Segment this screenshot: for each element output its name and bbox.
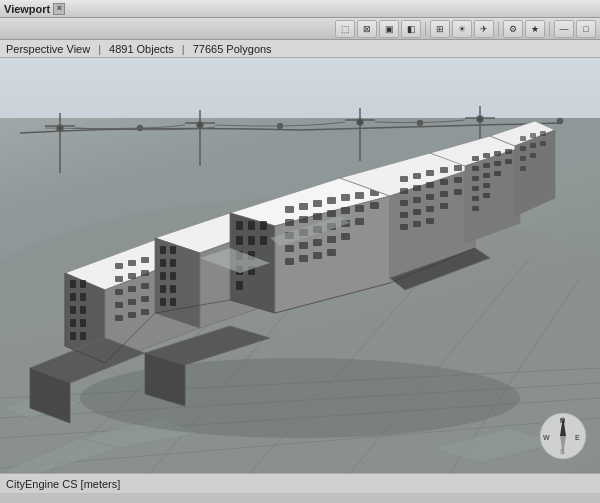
svg-rect-124 — [285, 258, 294, 265]
svg-rect-99 — [285, 206, 294, 213]
svg-rect-180 — [520, 166, 526, 171]
svg-rect-118 — [355, 218, 364, 225]
svg-rect-80 — [170, 272, 176, 280]
compass-s: S — [560, 448, 565, 455]
svg-rect-147 — [426, 206, 434, 212]
svg-rect-51 — [128, 273, 136, 279]
svg-rect-104 — [355, 192, 364, 199]
svg-rect-161 — [505, 159, 512, 164]
select-icon[interactable]: ⬚ — [335, 20, 355, 38]
svg-rect-76 — [170, 246, 176, 254]
compass-rose: E W N S — [538, 411, 588, 461]
star-icon[interactable]: ★ — [525, 20, 545, 38]
svg-rect-89 — [248, 221, 255, 230]
shading-icon[interactable]: ◧ — [401, 20, 421, 38]
svg-rect-158 — [472, 166, 479, 171]
svg-rect-68 — [115, 315, 123, 321]
svg-rect-39 — [80, 306, 86, 314]
svg-rect-81 — [160, 285, 166, 293]
svg-rect-34 — [70, 280, 76, 288]
svg-rect-109 — [327, 210, 336, 217]
svg-rect-38 — [70, 306, 76, 314]
svg-rect-35 — [80, 280, 86, 288]
svg-rect-79 — [160, 272, 166, 280]
svg-rect-41 — [80, 319, 86, 327]
render-icon[interactable]: ▣ — [379, 20, 399, 38]
svg-rect-90 — [260, 221, 267, 230]
svg-rect-63 — [128, 299, 136, 305]
svg-rect-130 — [400, 176, 408, 182]
svg-rect-40 — [70, 319, 76, 327]
toolbar: ⬚ ⊠ ▣ ◧ ⊞ ☀ ✈ ⚙ ★ — □ — [0, 18, 600, 40]
svg-rect-164 — [494, 171, 501, 176]
svg-rect-141 — [413, 197, 421, 203]
svg-rect-135 — [400, 188, 408, 194]
svg-rect-174 — [540, 131, 546, 136]
svg-rect-110 — [341, 207, 350, 214]
svg-rect-137 — [426, 182, 434, 188]
svg-rect-163 — [483, 173, 490, 178]
compass-n: N — [560, 417, 565, 424]
svg-rect-173 — [530, 133, 536, 138]
navigate-icon[interactable]: ✈ — [474, 20, 494, 38]
camera-icon[interactable]: ⊞ — [430, 20, 450, 38]
svg-rect-136 — [413, 185, 421, 191]
status-bar-bottom: CityEngine CS [meters] — [0, 473, 600, 493]
svg-rect-111 — [355, 205, 364, 212]
maximize-icon[interactable]: □ — [576, 20, 596, 38]
svg-rect-119 — [285, 245, 294, 252]
title-bar-close-button[interactable]: × — [53, 3, 65, 15]
svg-rect-45 — [128, 260, 136, 266]
svg-rect-98 — [236, 281, 243, 290]
light-icon[interactable]: ☀ — [452, 20, 472, 38]
svg-rect-57 — [128, 286, 136, 292]
svg-rect-93 — [260, 236, 267, 245]
svg-rect-43 — [80, 332, 86, 340]
svg-rect-83 — [160, 298, 166, 306]
svg-rect-70 — [141, 309, 149, 315]
title-bar-label: Viewport — [4, 3, 50, 15]
svg-rect-139 — [454, 177, 462, 183]
svg-rect-78 — [170, 259, 176, 267]
svg-rect-77 — [160, 259, 166, 267]
svg-rect-121 — [313, 239, 322, 246]
svg-rect-162 — [472, 176, 479, 181]
svg-rect-131 — [413, 173, 421, 179]
svg-rect-140 — [400, 200, 408, 206]
minimize-icon[interactable]: — — [554, 20, 574, 38]
svg-point-29 — [558, 119, 563, 124]
svg-rect-58 — [141, 283, 149, 289]
svg-rect-103 — [341, 194, 350, 201]
svg-rect-75 — [160, 246, 166, 254]
viewport[interactable]: E W N S — [0, 58, 600, 473]
svg-rect-172 — [520, 136, 526, 141]
svg-point-26 — [138, 126, 143, 131]
svg-rect-143 — [440, 191, 448, 197]
status-bar-top: Perspective View | 4891 Objects | 77665 … — [0, 40, 600, 58]
svg-rect-125 — [299, 255, 308, 262]
objects-icon[interactable]: ⊠ — [357, 20, 377, 38]
svg-rect-46 — [141, 257, 149, 263]
svg-rect-144 — [454, 189, 462, 195]
polygons-count: 77665 Polygons — [193, 43, 272, 55]
svg-rect-102 — [327, 197, 336, 204]
svg-rect-146 — [413, 209, 421, 215]
svg-rect-123 — [341, 233, 350, 240]
svg-rect-167 — [472, 196, 479, 201]
svg-rect-134 — [454, 165, 462, 171]
svg-rect-108 — [313, 213, 322, 220]
svg-rect-120 — [299, 242, 308, 249]
svg-rect-132 — [426, 170, 434, 176]
settings-icon[interactable]: ⚙ — [503, 20, 523, 38]
svg-rect-160 — [494, 161, 501, 166]
svg-rect-69 — [128, 312, 136, 318]
svg-point-23 — [197, 122, 203, 128]
svg-rect-138 — [440, 179, 448, 185]
coordinate-system-label: CityEngine CS [meters] — [6, 478, 120, 490]
svg-point-24 — [357, 119, 363, 125]
svg-point-25 — [477, 116, 483, 122]
svg-rect-166 — [483, 183, 490, 188]
svg-rect-149 — [400, 224, 408, 230]
3d-scene — [0, 58, 600, 473]
svg-rect-122 — [327, 236, 336, 243]
